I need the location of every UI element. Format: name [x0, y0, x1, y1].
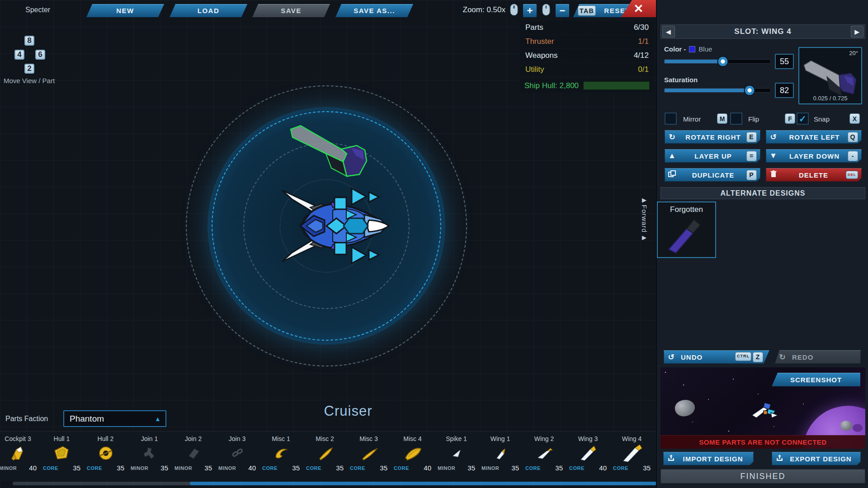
flip-checkbox[interactable]: [730, 113, 742, 125]
import-design-button[interactable]: IMPORT DESIGN: [663, 452, 754, 465]
part-icon: [347, 442, 391, 464]
move-hint-label: Move View / Part: [4, 77, 55, 84]
part-name: Wing 4: [610, 435, 654, 442]
hue-slider[interactable]: [664, 56, 771, 67]
layer-up-button[interactable]: ▲ LAYER UP =: [665, 149, 760, 163]
part-type: CORE: [87, 465, 102, 471]
slot-header: ◀ SLOT: WING 4 ▶: [660, 24, 865, 39]
part-cost: 35: [117, 464, 124, 472]
stat-value: 4/12: [634, 51, 649, 60]
selected-wing-part[interactable]: [288, 123, 378, 182]
screenshot-button[interactable]: SCREENSHOT: [772, 373, 860, 386]
part-item[interactable]: Hull 1 CORE 35: [40, 432, 84, 480]
mirror-keycap: M: [717, 113, 727, 124]
stat-label: Thruster: [525, 37, 554, 46]
part-cost: 35: [204, 464, 212, 472]
rotate-right-button[interactable]: ↻ ROTATE RIGHT E: [665, 130, 760, 144]
crater: [853, 424, 863, 432]
part-cost: 35: [336, 464, 344, 472]
redo-button[interactable]: ↻ REDO: [775, 350, 861, 364]
saturation-slider-handle[interactable]: [744, 85, 755, 96]
part-item[interactable]: Wing 4 CORE 35: [610, 432, 654, 480]
new-button[interactable]: NEW: [86, 4, 164, 17]
part-item[interactable]: Join 3 MINOR 40: [215, 432, 259, 480]
saturation-value-box[interactable]: 82: [775, 83, 794, 98]
part-name: Join 1: [127, 435, 171, 442]
hull-row: Ship Hull: 2,800: [520, 79, 654, 93]
saturation-label: Saturation: [664, 76, 698, 84]
alternate-designs-header: ALTERNATE DESIGNS: [660, 187, 865, 199]
hue-value-box[interactable]: 55: [775, 54, 794, 69]
export-icon: [772, 454, 787, 464]
snap-label: Snap: [814, 115, 830, 123]
mini-ship: [751, 400, 781, 421]
snap-checkbox[interactable]: ✓: [797, 113, 809, 125]
parts-faction-dropdown[interactable]: Phantom ▲: [63, 410, 166, 427]
delete-keycap: DEL: [846, 171, 858, 179]
part-item[interactable]: Join 1 MINOR 35: [127, 432, 171, 480]
numpad-2-key: 2: [24, 63, 35, 75]
part-item[interactable]: Wing 2 CORE 35: [522, 432, 566, 480]
redo-icon: ↻: [775, 352, 790, 362]
part-type: CORE: [525, 465, 541, 471]
duplicate-button[interactable]: DUPLICATE P: [665, 168, 760, 182]
part-item[interactable]: Hull 2 CORE 35: [84, 432, 127, 480]
hue-slider-fill: [665, 60, 723, 63]
part-item[interactable]: Misc 1 CORE 35: [259, 432, 303, 480]
part-item[interactable]: Wing 3 CORE 40: [566, 432, 610, 480]
slot-next-button[interactable]: ▶: [851, 26, 863, 38]
part-type: MINOR: [218, 465, 236, 471]
save-as-button[interactable]: SAVE AS...: [335, 4, 413, 17]
ship-stats-box: Parts 6/30 Thruster 1/1 Weapons 4/12 Uti…: [520, 21, 654, 93]
flip-keycap: F: [785, 113, 795, 124]
part-name: Hull 1: [40, 435, 84, 442]
saturation-slider[interactable]: [664, 85, 771, 96]
layer-down-button[interactable]: ▼ LAYER DOWN -: [766, 149, 862, 163]
duplicate-icon: [665, 170, 680, 180]
hue-slider-handle[interactable]: [717, 56, 728, 67]
part-icon: [259, 442, 303, 464]
part-icon: [391, 442, 434, 464]
part-item[interactable]: Misc 2 CORE 35: [303, 432, 347, 480]
ship-design[interactable]: [280, 183, 398, 269]
warning-banner: SOME PARTS ARE NOT CONNECTED: [660, 435, 865, 449]
ship-class-label: Cruiser: [280, 403, 416, 419]
slot-panel: ◀ SLOT: WING 4 ▶ Color - Blue 55 Saturat…: [656, 0, 868, 488]
rotate-left-button[interactable]: ↺ ROTATE LEFT Q: [766, 130, 862, 144]
part-item[interactable]: Wing 1 MINOR 35: [478, 432, 522, 480]
snap-keycap: X: [849, 113, 860, 124]
stat-value: 6/30: [634, 23, 649, 32]
layer-up-keycap: =: [746, 151, 757, 161]
slot-prev-button[interactable]: ◀: [662, 26, 675, 38]
chevron-right-icon: ▶: [855, 28, 860, 35]
part-item[interactable]: Join 2 MINOR 35: [171, 432, 215, 480]
layer-down-keycap: -: [848, 151, 858, 161]
forward-arrow-bottom-icon: ▶: [642, 235, 646, 240]
export-design-button[interactable]: EXPORT DESIGN: [772, 452, 861, 465]
alternate-design-thumb[interactable]: Forgotten: [657, 202, 716, 258]
part-item[interactable]: Misc 4 CORE 40: [391, 432, 434, 480]
mouse-scroll-icon: [542, 4, 550, 16]
stat-value: 1/1: [638, 37, 649, 46]
save-button[interactable]: SAVE: [252, 4, 330, 17]
design-canvas[interactable]: Cruiser ▶ Forward ▶ Specter NEW LOAD SAV…: [0, 0, 656, 488]
part-item[interactable]: Misc 3 CORE 35: [347, 432, 391, 480]
zoom-out-button[interactable]: −: [556, 4, 569, 17]
part-cost: 35: [380, 464, 387, 472]
zoom-in-button[interactable]: +: [523, 4, 537, 17]
part-name: Misc 4: [391, 435, 434, 442]
delete-button[interactable]: DELETE DEL: [766, 168, 862, 182]
finished-button[interactable]: FINISHED: [660, 469, 865, 483]
parts-scrollbar-thumb[interactable]: [190, 482, 656, 485]
ship-name: Specter: [25, 6, 50, 14]
part-name: Join 2: [171, 435, 215, 442]
duplicate-keycap: P: [746, 170, 757, 180]
mirror-checkbox[interactable]: [665, 113, 677, 125]
undo-button[interactable]: ↺ UNDO CTRL Z: [664, 350, 769, 364]
part-preview-box: 20° 0.025 / 0.725: [798, 47, 862, 104]
part-item[interactable]: Spike 1 MINOR 35: [434, 432, 478, 480]
part-cost: 35: [643, 464, 651, 472]
part-cost: 35: [292, 464, 300, 472]
part-item[interactable]: Cockpit 3 MINOR 40: [0, 432, 40, 480]
load-button[interactable]: LOAD: [170, 4, 247, 17]
